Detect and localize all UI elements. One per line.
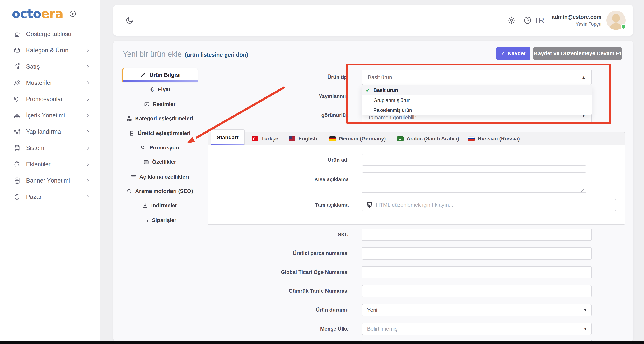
building-icon <box>129 131 135 136</box>
product-type-label: Ürün tipi <box>268 73 349 81</box>
save-button-label: Kaydet <box>508 50 526 56</box>
lang-tab-label: Arabic (Saudi Arabia) <box>406 136 459 142</box>
sidebar-item-label: Satış <box>26 63 40 70</box>
tab-images[interactable]: Resimler <box>122 99 198 110</box>
save-button[interactable]: ✓ Kaydet <box>496 47 530 60</box>
flag-icon-germany <box>329 136 336 141</box>
sku-input[interactable] <box>362 228 592 241</box>
sidebar-item-plugins[interactable]: Eklentiler <box>0 156 100 172</box>
tab-label: Arama motorları (SEO) <box>135 188 193 194</box>
short-description-textarea[interactable] <box>362 172 586 193</box>
lang-tab-turkish[interactable]: Türkçe <box>252 132 278 145</box>
tab-promotion[interactable]: Promosyon <box>122 142 198 153</box>
dark-mode-moon-icon[interactable] <box>125 16 134 25</box>
lang-tab-standard[interactable]: Standart <box>210 130 245 145</box>
tab-label: Özellikler <box>152 159 176 165</box>
sidebar-item-label: Pazar <box>26 193 42 200</box>
gear-icon[interactable] <box>507 16 516 25</box>
user-menu[interactable]: admin@estore.com Yasin Topçu <box>552 14 602 27</box>
chevron-right-icon <box>86 129 90 134</box>
lang-tab-label: Russian (Russia) <box>478 136 520 142</box>
search-icon <box>126 188 132 194</box>
sidebar-nav: Gösterge tablosu Kategori & Ürün Satış M… <box>0 26 100 205</box>
hs-code-input[interactable] <box>362 285 592 297</box>
home-icon <box>14 30 21 38</box>
check-icon: ✓ <box>501 51 505 56</box>
product-type-dropdown: ✓ Basit ürün Gruplanmış ürün Paketlenmiş… <box>362 85 592 115</box>
chevron-right-icon <box>86 48 90 53</box>
tab-product-info[interactable]: Ürün Bilgisi <box>122 68 198 82</box>
app-logo[interactable]: octoera <box>12 6 92 22</box>
tab-label: Kategori eşleştirmeleri <box>135 116 193 122</box>
tab-description-features[interactable]: Açıklama özellikleri <box>122 172 198 182</box>
tab-seo[interactable]: Arama motorları (SEO) <box>122 186 198 196</box>
sidebar-item-marketplace[interactable]: Pazar <box>0 189 100 205</box>
chevron-right-icon <box>86 80 90 85</box>
flag-icon-usa <box>289 136 295 141</box>
tab-label: Resimler <box>153 101 176 107</box>
sidebar-item-label: Sistem <box>26 145 44 152</box>
lang-tab-arabic[interactable]: Arabic (Saudi Arabia) <box>397 132 459 145</box>
lang-tab-english[interactable]: English <box>289 132 317 145</box>
lang-tab-label: Türkçe <box>261 136 278 142</box>
sidebar-item-banner-management[interactable]: Banner Yönetimi <box>0 172 100 189</box>
mpn-input[interactable] <box>362 247 592 260</box>
full-description-html-editor[interactable]: HTML düzenlemek için tıklayın... <box>362 199 616 211</box>
condition-select[interactable]: Yeni ▼ <box>362 304 592 316</box>
tab-features[interactable]: Özellikler <box>122 157 198 168</box>
tab-downloads[interactable]: İndirmeler <box>122 200 198 211</box>
lang-tab-label: Standart <box>217 135 238 141</box>
lang-tab-russian[interactable]: Russian (Russia) <box>468 132 520 145</box>
sidebar-item-label: Eklentiler <box>26 161 51 168</box>
dropdown-option-simple-product[interactable]: ✓ Basit ürün <box>362 85 592 95</box>
sidebar-item-label: Yapılandırma <box>26 128 61 135</box>
condition-label: Ürün durumu <box>268 306 349 314</box>
sidebar-item-dashboard[interactable]: Gösterge tablosu <box>0 26 100 42</box>
puzzle-icon <box>14 161 21 168</box>
sidebar-item-label: Kategori & Ürün <box>26 47 68 54</box>
sales-chart-icon <box>14 63 21 70</box>
image-icon <box>144 101 150 107</box>
tab-manufacturer-mappings[interactable]: Üretici eşleştirmeleri <box>122 128 198 139</box>
target-icon[interactable] <box>69 10 77 18</box>
sidebar-item-label: Gösterge tablosu <box>26 31 71 37</box>
tab-label: Siparişler <box>152 217 176 223</box>
product-type-select[interactable]: Basit ürün ▲ <box>362 70 592 85</box>
dropdown-option-grouped-product[interactable]: Gruplanmış ürün <box>362 95 592 105</box>
sidebar-item-sales[interactable]: Satış <box>0 58 100 75</box>
chevron-right-icon <box>86 146 90 151</box>
product-type-value: Basit ürün <box>368 74 392 80</box>
save-and-continue-button[interactable]: Kaydet ve Düzenlemeye Devam Et <box>533 47 622 60</box>
language-switcher[interactable]: TR <box>523 16 544 25</box>
sidebar-item-content-management[interactable]: İçerik Yönetimi <box>0 107 100 124</box>
product-name-label: Ürün adı <box>268 156 349 164</box>
textarea-resize-handle[interactable] <box>581 189 584 192</box>
lang-tab-german[interactable]: German (Germany) <box>329 132 386 145</box>
gtin-input[interactable] <box>362 266 592 279</box>
sidebar-item-system[interactable]: Sistem <box>0 140 100 156</box>
html-editor-placeholder: HTML düzenlemek için tıklayın... <box>376 202 453 208</box>
origin-country-label: Menşe Ülke <box>268 325 349 333</box>
list-icon <box>144 159 149 165</box>
tab-product-info-label: Ürün Bilgisi <box>150 72 181 78</box>
sidebar-item-configuration[interactable]: Yapılandırma <box>0 124 100 140</box>
tab-category-mappings[interactable]: Kategori eşleştirmeleri <box>122 113 198 124</box>
tab-price[interactable]: € Fiyat <box>122 84 198 95</box>
origin-country-select[interactable]: Belirtilmemiş ▼ <box>362 323 592 335</box>
dropdown-option-bundled-product[interactable]: Paketlenmiş ürün <box>362 105 592 115</box>
sidebar-item-promotions[interactable]: Promosyonlar <box>0 91 100 107</box>
gtin-label: Global Ticari Öge Numarası <box>268 268 349 276</box>
subnav-divider <box>198 68 198 232</box>
sitemap-icon <box>126 116 132 121</box>
chevron-right-icon <box>86 178 90 183</box>
sidebar-item-customers[interactable]: Müşteriler <box>0 75 100 91</box>
sidebar-item-label: Müşteriler <box>26 79 52 86</box>
avatar[interactable] <box>606 11 626 30</box>
caret-up-icon: ▲ <box>582 75 586 80</box>
chevron-right-icon <box>86 97 90 102</box>
product-name-input[interactable] <box>362 154 586 166</box>
tab-orders[interactable]: Siparişler <box>122 215 198 226</box>
sidebar-item-category-product[interactable]: Kategori & Ürün <box>0 42 100 58</box>
user-name: Yasin Topçu <box>552 21 602 27</box>
back-to-product-list-link[interactable]: (ürün listesine geri dön) <box>185 52 248 58</box>
